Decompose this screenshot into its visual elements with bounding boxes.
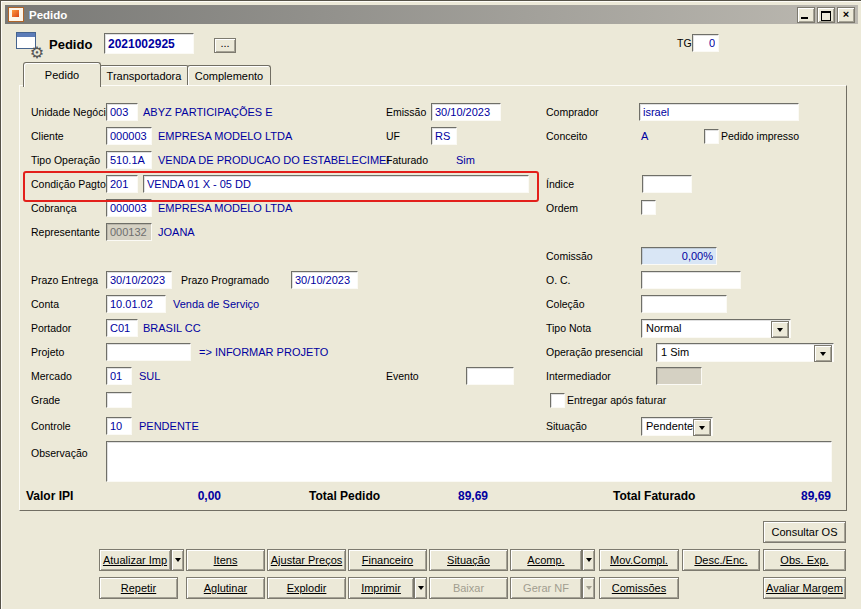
entregar-apos-faturar-checkbox[interactable] [550, 393, 565, 408]
situacao-dropdown-button[interactable] [693, 419, 711, 436]
cliente-code-input[interactable] [106, 127, 152, 145]
acomp-dropdown-button[interactable] [582, 549, 595, 571]
uf-label: UF [386, 127, 400, 145]
tg-label: TG [677, 34, 692, 52]
tab-complemento[interactable]: Complemento [187, 65, 271, 86]
projeto-label: Projeto [31, 343, 64, 361]
mercado-code-input[interactable] [106, 367, 132, 385]
chevron-down-icon [820, 352, 826, 356]
tg-input[interactable] [692, 34, 719, 52]
comissoes-button[interactable]: Comissões [599, 577, 679, 599]
conta-code-input[interactable] [106, 295, 166, 313]
app-icon-gem [12, 10, 19, 17]
explodir-button[interactable]: Explodir [267, 577, 346, 599]
tab-transportadora-label: Transportadora [107, 70, 182, 82]
gear-icon: ⚙ [30, 45, 44, 61]
imprimir-label: Imprimir [361, 582, 401, 594]
condicao-pagto-code-input[interactable] [106, 175, 138, 193]
tipo-nota-dropdown-button[interactable] [771, 321, 789, 338]
conceito-label: Conceito [546, 127, 587, 145]
close-button[interactable]: × [837, 7, 855, 23]
indice-input[interactable] [642, 175, 692, 193]
oc-label: O. C. [546, 271, 571, 289]
order-gear-icon: ⚙ [15, 31, 43, 58]
evento-input[interactable] [466, 367, 514, 385]
observacao-textarea[interactable] [106, 441, 832, 482]
controle-code-input[interactable] [106, 417, 132, 435]
intermediador-label: Intermediador [546, 367, 611, 385]
emissao-input[interactable] [431, 103, 501, 121]
avaliar-margem-button[interactable]: Avaliar Margem [763, 577, 846, 599]
grade-input[interactable] [106, 392, 132, 408]
tipo-operacao-label: Tipo Operação [31, 151, 100, 169]
unidade-negocio-code-input[interactable] [106, 103, 138, 121]
acomp-button[interactable]: Acomp. [510, 549, 582, 571]
tipo-nota-value: Normal [646, 321, 681, 336]
cobranca-label: Cobrança [31, 199, 77, 217]
tipo-nota-select[interactable]: Normal [641, 319, 791, 338]
itens-button[interactable]: Itens [186, 549, 265, 571]
faturado-value: Sim [456, 151, 475, 169]
total-faturado-value: 89,69 [761, 487, 831, 505]
app-icon [8, 7, 24, 22]
imprimir-dropdown-button[interactable] [414, 577, 427, 599]
projeto-code-input[interactable] [106, 343, 191, 361]
pedido-impresso-checkbox[interactable] [704, 129, 719, 144]
conta-desc: Venda de Serviço [173, 295, 259, 313]
tipo-operacao-code-input[interactable] [106, 151, 152, 169]
repetir-button[interactable]: Repetir [99, 577, 178, 599]
prazo-programado-label: Prazo Programado [181, 271, 269, 289]
desc-enc-button[interactable]: Desc./Enc. [682, 549, 760, 571]
cobranca-code-input[interactable] [106, 199, 152, 217]
minimize-button[interactable] [797, 7, 815, 23]
condicao-pagto-desc-input[interactable] [143, 175, 529, 193]
atualizar-imp-dropdown-button[interactable] [171, 549, 184, 571]
window-controls: × [797, 7, 855, 23]
situacao-select[interactable]: Pendente [641, 417, 713, 436]
controle-desc: PENDENTE [139, 417, 199, 435]
colecao-label: Coleção [546, 295, 585, 313]
oc-input[interactable] [641, 271, 741, 289]
tab-pedido[interactable]: Pedido [23, 62, 101, 87]
operacao-presencial-select[interactable]: 1 Sim [656, 343, 834, 362]
consultar-os-button[interactable]: Consultar OS [763, 521, 846, 543]
chevron-down-icon [175, 558, 181, 562]
total-pedido-label: Total Pedido [309, 487, 380, 505]
gerar-nf-button: Gerar NF [510, 577, 582, 599]
situacao-button[interactable]: Situação [429, 549, 508, 571]
colecao-input[interactable] [641, 295, 727, 313]
itens-label: Itens [214, 554, 238, 566]
chevron-down-icon [586, 586, 592, 590]
window-glyph-bar [17, 33, 35, 37]
tab-transportadora[interactable]: Transportadora [99, 65, 189, 86]
obs-exp-button[interactable]: Obs. Exp. [763, 549, 846, 571]
mercado-label: Mercado [31, 367, 72, 385]
acomp-label: Acomp. [527, 554, 564, 566]
order-number-input[interactable] [104, 33, 194, 54]
ajustar-precos-button[interactable]: Ajustar Preços [267, 549, 346, 571]
aglutinar-button[interactable]: Aglutinar [186, 577, 265, 599]
comissao-input[interactable] [641, 247, 717, 265]
mov-compl-button[interactable]: Mov.Compl. [599, 549, 679, 571]
atualizar-imp-button[interactable]: Atualizar Imp [99, 549, 171, 571]
comprador-input[interactable] [639, 103, 799, 121]
unidade-negocio-label: Unidade Negócio [31, 103, 112, 121]
valor-ipi-value: 0,00 [151, 487, 221, 505]
prazo-programado-input[interactable] [291, 271, 358, 289]
financeiro-button[interactable]: Financeiro [348, 549, 427, 571]
order-browse-button[interactable]: ... [214, 38, 236, 53]
prazo-entrega-input[interactable] [106, 271, 172, 289]
projeto-desc: => INFORMAR PROJETO [199, 343, 328, 361]
portador-code-input[interactable] [106, 319, 138, 337]
mov-compl-label: Mov.Compl. [610, 554, 668, 566]
uf-input[interactable] [431, 127, 457, 145]
ordem-input[interactable] [641, 200, 656, 215]
avaliar-margem-label: Avaliar Margem [766, 582, 843, 594]
pedido-impresso-label: Pedido impresso [721, 127, 799, 145]
maximize-button[interactable] [817, 7, 835, 23]
operacao-presencial-dropdown-button[interactable] [814, 345, 832, 362]
imprimir-button[interactable]: Imprimir [348, 577, 414, 599]
consultar-os-label: Consultar OS [771, 526, 837, 538]
total-pedido-value: 89,69 [418, 487, 488, 505]
conceito-value: A [641, 127, 648, 145]
